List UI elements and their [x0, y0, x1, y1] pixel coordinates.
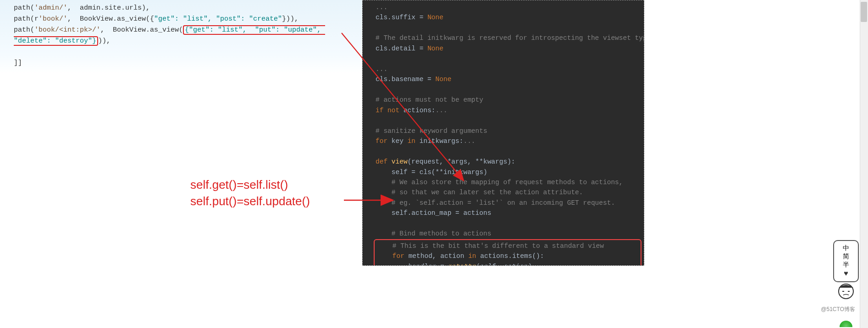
scrollbar-thumb[interactable]	[861, 2, 867, 22]
green-indicator-icon	[840, 321, 852, 327]
widget-line-2: 简	[834, 252, 858, 260]
watermark-credit: @51CTO博客	[821, 306, 855, 313]
floating-widget[interactable]: 中 简 半 ♥	[833, 240, 859, 282]
highlighted-for-loop: # This is the bit that's different to a …	[374, 239, 641, 266]
mascot-face-icon	[833, 282, 859, 301]
drf-source-code: ... cls.suffix = None # The detail initk…	[376, 2, 640, 266]
annotation-line-2: self.put()=self.update()	[190, 193, 310, 209]
annotation-text: self.get()=self.list() self.put()=self.u…	[190, 176, 310, 210]
widget-line-3: 半	[834, 260, 858, 268]
left-code-panel: path('admin/', admin.site.urls), path(r'…	[0, 0, 362, 78]
right-code-panel: ... cls.suffix = None # The detail initk…	[362, 0, 644, 266]
heart-icon: ♥	[834, 269, 858, 279]
annotation-line-1: self.get()=self.list()	[190, 176, 310, 193]
vertical-scrollbar[interactable]	[860, 0, 868, 328]
url-routes-code: path('admin/', admin.site.urls), path(r'…	[14, 3, 358, 69]
widget-line-1: 中	[834, 244, 858, 252]
